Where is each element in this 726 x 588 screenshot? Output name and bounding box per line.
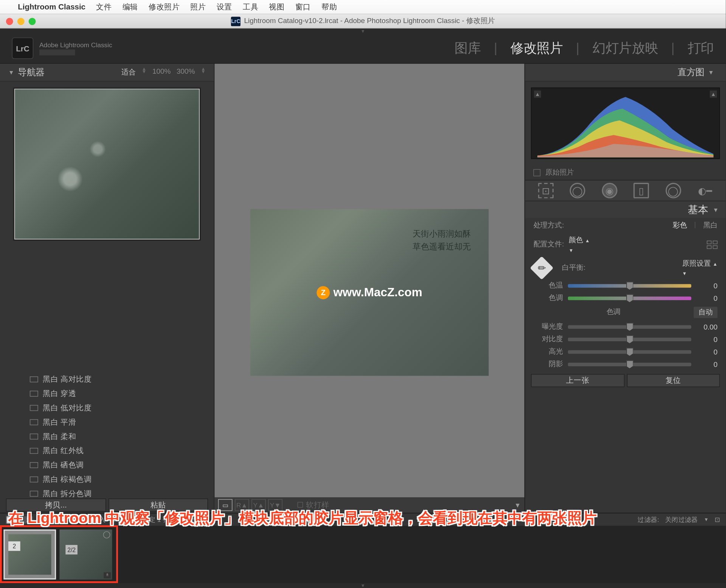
preset-item[interactable]: 黑白 穿透	[30, 386, 214, 401]
histogram-title: 直方图	[678, 67, 704, 78]
zoom-100[interactable]: 100%	[152, 67, 171, 77]
profile-row: 配置文件: 颜色 ▲▼	[525, 233, 726, 256]
navigator-preview[interactable]	[14, 89, 200, 240]
preset-icon	[30, 462, 38, 468]
preset-item[interactable]: 黑白 柔和	[30, 429, 214, 444]
window-title: Lightroom Catalog-v10-2.lrcat - Adobe Ph…	[244, 16, 495, 26]
filmstrip[interactable]: 1 2 2 2/2 ±	[0, 526, 726, 583]
menu-view[interactable]: 视图	[269, 2, 284, 12]
preset-item[interactable]: 黑白 低对比度	[30, 401, 214, 415]
preset-icon	[30, 376, 38, 382]
filter-lock-icon[interactable]: ⊡	[715, 516, 720, 523]
menu-photo[interactable]: 照片	[190, 2, 206, 12]
minimize-window-button[interactable]	[17, 17, 25, 25]
preset-item[interactable]: 黑白 平滑	[30, 415, 214, 429]
right-panel: 直方图 ▼ ▲ ▲ 原始照片 ⊡ ◯ ◉	[524, 64, 726, 513]
tint-value[interactable]: 0	[696, 294, 718, 302]
menu-window[interactable]: 窗口	[295, 2, 311, 12]
wb-dropdown[interactable]: 原照设置 ▲▼	[682, 258, 717, 277]
tint-slider[interactable]	[568, 296, 691, 300]
previous-button[interactable]: 上一张	[531, 374, 624, 387]
zoom-300[interactable]: 300%	[177, 67, 195, 77]
thumb-edit-icon: ±	[104, 573, 111, 579]
exposure-value[interactable]: 0.00	[696, 322, 718, 331]
preset-icon	[30, 390, 38, 396]
center-canvas: 天街小雨润如酥 草色遥看近却无 Z www.MacZ.com ▭ R▲ Y▲ Y…	[214, 64, 524, 513]
profile-dropdown[interactable]: 颜色 ▲▼	[569, 235, 590, 254]
bottom-panel-gripper[interactable]: ▼	[0, 583, 726, 588]
preset-item[interactable]: 黑白 红外线	[30, 443, 214, 458]
module-print[interactable]: 打印	[688, 39, 714, 57]
toolbar-chevron-icon[interactable]: ▼	[514, 501, 521, 509]
shadows-slider-row: 阴影 0	[525, 358, 726, 370]
module-picker: 图库 | 修改照片 | 幻灯片放映 | 打印	[455, 39, 714, 57]
menu-settings[interactable]: 设置	[217, 2, 232, 12]
menu-help[interactable]: 帮助	[321, 2, 337, 12]
develop-tool-strip: ⊡ ◯ ◉ ▯ ◯ ◐━	[525, 180, 726, 201]
treatment-color[interactable]: 彩色	[673, 220, 687, 231]
zoom-fit[interactable]: 适合	[121, 67, 136, 77]
lrc-logo: LrC	[12, 37, 34, 59]
contrast-slider[interactable]	[568, 337, 691, 341]
navigator-header[interactable]: ▼ 导航器 适合 ▲▼ 100% 300% ▲▼	[0, 64, 214, 82]
temp-slider[interactable]	[568, 284, 691, 287]
temp-value[interactable]: 0	[696, 282, 718, 290]
module-slideshow[interactable]: 幻灯片放映	[593, 39, 658, 57]
shadows-value[interactable]: 0	[696, 360, 718, 368]
disclosure-triangle-icon: ▼	[708, 69, 714, 76]
profile-browser-button[interactable]	[707, 240, 717, 249]
tutorial-annotation: 在 Lightroom 中观察「修改照片」模块底部的胶片显示窗格，会看到现在其中…	[8, 508, 597, 528]
shadows-slider[interactable]	[568, 362, 691, 366]
preset-icon	[30, 476, 38, 482]
filmstrip-thumb[interactable]: 1 2	[3, 529, 56, 579]
watermark-badge-icon: Z	[316, 286, 330, 299]
radial-tool[interactable]: ◯	[666, 183, 681, 198]
treatment-bw[interactable]: 黑白	[703, 220, 718, 231]
filter-dropdown[interactable]: 关闭过滤器	[665, 515, 698, 524]
module-develop[interactable]: 修改照片	[510, 39, 563, 57]
identity-plate[interactable]	[39, 50, 75, 56]
preset-item[interactable]: 黑白 拆分色调	[30, 486, 214, 497]
menu-edit[interactable]: 编辑	[123, 2, 138, 12]
menu-file[interactable]: 文件	[96, 2, 112, 12]
thumb-badge: 2	[8, 542, 20, 551]
brand-name: Adobe Lightroom Classic	[39, 41, 112, 48]
top-panel-gripper[interactable]: ▼	[0, 29, 726, 34]
preset-item[interactable]: 黑白 硒色调	[30, 458, 214, 472]
window-titlebar: LrC Lightroom Catalog-v10-2.lrcat - Adob…	[0, 14, 726, 29]
exposure-slider[interactable]	[568, 325, 691, 328]
main-photo[interactable]: 天街小雨润如酥 草色遥看近却无 Z www.MacZ.com	[250, 209, 489, 376]
redeye-tool[interactable]: ◉	[602, 183, 617, 198]
crop-tool[interactable]: ⊡	[538, 183, 554, 198]
app-menu[interactable]: Lightroom Classic	[18, 2, 85, 11]
highlights-value[interactable]: 0	[696, 348, 718, 356]
exposure-slider-row: 曝光度 0.00	[525, 320, 726, 333]
photo-overlay-text: 天街小雨润如酥 草色遥看近却无	[413, 227, 471, 254]
left-panel: ▼ 导航器 适合 ▲▼ 100% 300% ▲▼ 黑白 高对比度 黑白 穿透 黑…	[0, 64, 214, 513]
thumb-status-icon	[103, 531, 110, 538]
auto-tone-button[interactable]: 自动	[693, 307, 717, 318]
preset-item[interactable]: 黑白 棕褐色调	[30, 472, 214, 486]
contrast-value[interactable]: 0	[696, 335, 718, 344]
eyedropper-tool[interactable]: ✎	[530, 256, 553, 279]
zoom-window-button[interactable]	[29, 17, 36, 25]
checkbox-icon	[534, 169, 541, 176]
app-icon: LrC	[231, 16, 240, 26]
preset-list: 黑白 高对比度 黑白 穿透 黑白 低对比度 黑白 平滑 黑白 柔和 黑白 红外线…	[0, 370, 214, 497]
preset-icon	[30, 447, 38, 453]
filmstrip-thumb[interactable]: 2 2/2 ±	[60, 529, 112, 579]
histogram[interactable]: ▲ ▲	[531, 88, 720, 159]
preset-item[interactable]: 黑白 高对比度	[30, 372, 214, 386]
close-window-button[interactable]	[6, 17, 13, 25]
menu-tools[interactable]: 工具	[243, 2, 258, 12]
menu-develop[interactable]: 修改照片	[149, 2, 180, 12]
highlights-slider[interactable]	[568, 350, 691, 353]
original-photo-toggle[interactable]: 原始照片	[525, 165, 726, 180]
brush-tool[interactable]: ◐━	[697, 183, 713, 198]
basic-panel-header[interactable]: 基本 ▼	[525, 201, 726, 218]
histogram-header[interactable]: 直方图 ▼	[525, 64, 726, 82]
reset-button[interactable]: 复位	[627, 374, 720, 387]
module-library[interactable]: 图库	[455, 39, 481, 57]
spot-tool[interactable]: ◯	[570, 183, 585, 198]
gradient-tool[interactable]: ▯	[634, 183, 649, 198]
